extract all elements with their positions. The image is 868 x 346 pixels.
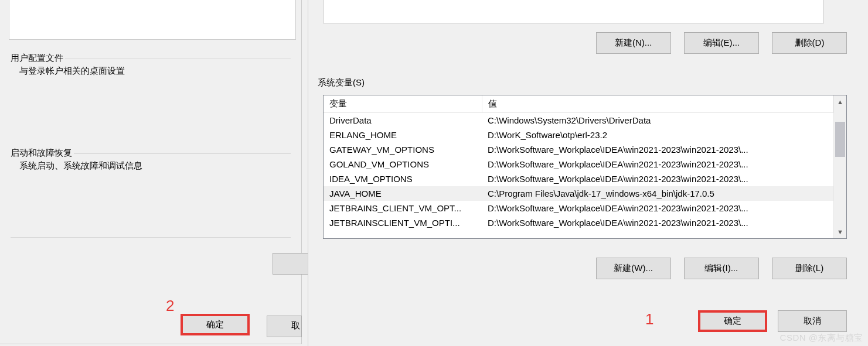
column-header-value[interactable]: 值: [482, 95, 833, 113]
variable-name-cell: GOLAND_VM_OPTIONS: [324, 157, 482, 172]
variable-value-cell: C:\Program Files\Java\jdk-17_windows-x64…: [482, 186, 833, 201]
table-row[interactable]: JETBRAINS_CLIENT_VM_OPT...D:\WorkSoftwar…: [324, 201, 833, 215]
variable-name-cell: JAVA_HOME: [324, 186, 482, 201]
watermark: CSDN @东离与糖宝: [780, 333, 863, 344]
variable-value-cell: C:\Windows\System32\Drivers\DriverData: [482, 113, 833, 128]
edit-sys-var-button[interactable]: 编辑(I)...: [684, 258, 759, 279]
ok-button[interactable]: 确定: [181, 314, 250, 335]
left-dialog-footer: 确定 取: [0, 312, 301, 344]
new-user-var-button[interactable]: 新建(N)...: [596, 32, 671, 54]
right-dialog-footer: 确定 取消: [698, 310, 847, 332]
delete-sys-var-button[interactable]: 删除(L): [772, 258, 847, 279]
variable-name-cell: JETBRAINS_CLIENT_VM_OPT...: [324, 201, 482, 215]
variable-name-cell: ERLANG_HOME: [324, 128, 482, 142]
table-row[interactable]: GOLAND_VM_OPTIONSD:\WorkSoftware_Workpla…: [324, 157, 833, 172]
table-row[interactable]: IDEA_VM_OPTIONSD:\WorkSoftware_Workplace…: [324, 172, 833, 186]
variable-value-cell: D:\WorkSoftware_Workplace\IDEA\win2021-2…: [482, 215, 833, 230]
scroll-up-icon[interactable]: ▲: [834, 95, 846, 108]
bottom-divider: [11, 237, 291, 238]
startup-recovery-legend: 启动和故障恢复: [9, 148, 74, 159]
user-profile-description: 与登录帐户相关的桌面设置: [13, 66, 288, 77]
cancel-button-partial[interactable]: 取: [267, 316, 302, 337]
variable-name-cell: GATEWAY_VM_OPTIONS: [324, 142, 482, 157]
delete-user-var-button[interactable]: 删除(D): [772, 32, 847, 54]
variable-value-cell: D:\WorkSoftware_Workplace\IDEA\win2021-2…: [482, 201, 833, 215]
cancel-button[interactable]: 取消: [778, 310, 847, 332]
startup-recovery-description: 系统启动、系统故障和调试信息: [13, 160, 288, 172]
annotation-label-2: 2: [166, 297, 174, 315]
system-variables-buttons: 新建(W)... 编辑(I)... 删除(L): [586, 258, 847, 279]
environment-variables-dialog: 新建(N)... 编辑(E)... 删除(D) 系统变量(S) 变量 值 Dri…: [308, 0, 867, 346]
user-variables-panel: [323, 0, 824, 23]
annotation-label-1: 1: [645, 310, 653, 328]
variable-value-cell: D:\WorkSoftware_Workplace\IDEA\win2021-2…: [482, 157, 833, 172]
scroll-thumb[interactable]: [835, 122, 845, 157]
variable-name-cell: IDEA_VM_OPTIONS: [324, 172, 482, 186]
new-sys-var-button[interactable]: 新建(W)...: [596, 258, 671, 279]
variable-value-cell: D:\WorK_Software\otp\erl-23.2: [482, 128, 833, 142]
user-variables-buttons: 新建(N)... 编辑(E)... 删除(D): [586, 32, 847, 54]
performance-panel: [9, 0, 296, 40]
user-profile-legend: 用户配置文件: [9, 53, 65, 64]
edit-user-var-button[interactable]: 编辑(E)...: [684, 32, 759, 54]
startup-recovery-fieldset: 启动和故障恢复 系统启动、系统故障和调试信息: [11, 148, 291, 181]
scroll-down-icon[interactable]: ▼: [834, 225, 846, 238]
ok-button[interactable]: 确定: [698, 310, 767, 332]
variable-name-cell: JETBRAINSCLIENT_VM_OPTI...: [324, 215, 482, 230]
table-row[interactable]: DriverDataC:\Windows\System32\Drivers\Dr…: [324, 113, 833, 128]
variable-value-cell: D:\WorkSoftware_Workplace\IDEA\win2021-2…: [482, 172, 833, 186]
system-variables-listbox[interactable]: 变量 值 DriverDataC:\Windows\System32\Drive…: [323, 95, 847, 239]
variable-name-cell: DriverData: [324, 113, 482, 128]
table-row[interactable]: JAVA_HOMEC:\Program Files\Java\jdk-17_wi…: [324, 186, 833, 201]
variable-value-cell: D:\WorkSoftware_Workplace\IDEA\win2021-2…: [482, 142, 833, 157]
table-row[interactable]: ERLANG_HOMED:\WorK_Software\otp\erl-23.2: [324, 128, 833, 142]
vertical-scrollbar[interactable]: ▲ ▼: [833, 95, 846, 238]
user-profile-fieldset: 用户配置文件 与登录帐户相关的桌面设置: [11, 53, 291, 86]
column-header-variable[interactable]: 变量: [324, 95, 482, 113]
system-variables-label: 系统变量(S): [318, 77, 365, 88]
table-row[interactable]: JETBRAINSCLIENT_VM_OPTI...D:\WorkSoftwar…: [324, 215, 833, 230]
system-properties-dialog: 用户配置文件 与登录帐户相关的桌面设置 启动和故障恢复 系统启动、系统故障和调试…: [0, 0, 302, 344]
table-row[interactable]: GATEWAY_VM_OPTIONSD:\WorkSoftware_Workpl…: [324, 142, 833, 157]
